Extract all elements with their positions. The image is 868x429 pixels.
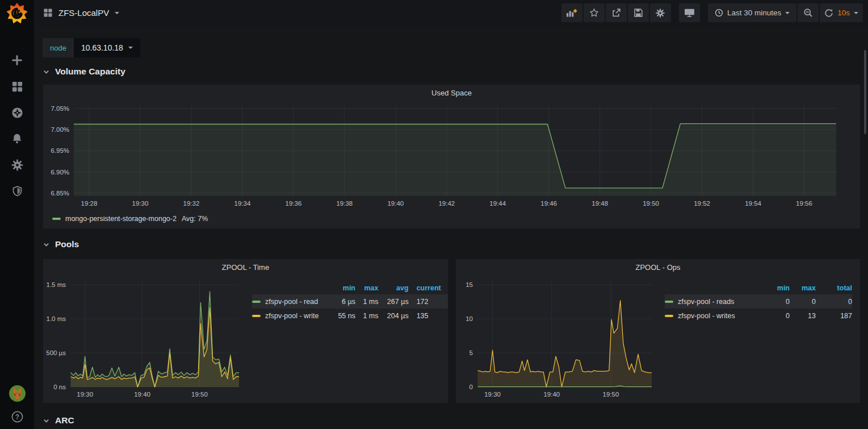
legend-value: 1 ms	[355, 294, 379, 309]
series-label[interactable]: zfspv-pool - reads	[678, 298, 734, 306]
refresh-interval-label: 10s	[837, 9, 850, 17]
panel-zpool-ops: ZPOOL - Ops 05101519:3019:4019:50 min ma…	[455, 259, 861, 403]
legend-col-avg[interactable]: avg	[379, 282, 409, 294]
zpool-time-graph[interactable]: 0 ns500 µs1.0 ms1.5 ms19:3019:4019:50	[43, 275, 245, 402]
save-icon	[634, 8, 643, 18]
alerting-bell-icon[interactable]	[10, 132, 24, 145]
server-admin-shield-icon[interactable]	[10, 184, 24, 198]
section-title: ARC	[55, 415, 74, 426]
user-avatar[interactable]	[9, 385, 26, 402]
zoom-out-icon	[803, 8, 813, 18]
legend-value: 267 µs	[379, 294, 409, 309]
svg-text:7.00%: 7.00%	[51, 126, 69, 133]
legend-value: 0	[758, 309, 790, 323]
svg-text:1.5 ms: 1.5 ms	[46, 281, 66, 288]
legend-row-writes: zfspv-pool - writes 0 13 187	[665, 309, 852, 323]
svg-text:19:52: 19:52	[694, 200, 710, 207]
gear-icon	[655, 8, 665, 18]
legend-row-read: zfspv-pool - read 6 µs 1 ms 267 µs 172	[252, 294, 448, 309]
legend-row-write: zfspv-pool - write 55 ns 1 ms 204 µs 135	[252, 309, 448, 323]
series-marker	[665, 301, 673, 303]
svg-text:19:50: 19:50	[643, 200, 659, 207]
series-marker	[52, 218, 61, 220]
variable-node-select[interactable]: 10.63.10.18	[74, 38, 140, 57]
cycle-view-mode-button[interactable]	[679, 3, 700, 22]
time-range-picker[interactable]: Last 30 minutes	[708, 3, 796, 22]
legend-col-max[interactable]: max	[355, 282, 379, 294]
svg-text:10: 10	[466, 315, 473, 322]
configuration-gear-icon[interactable]	[10, 158, 24, 172]
section-arc[interactable]: ARC	[43, 413, 861, 428]
svg-text:19:38: 19:38	[336, 200, 353, 207]
used-space-graph[interactable]: 6.85%6.90%6.95%7.00%7.05%19:2819:3019:32…	[48, 101, 856, 211]
series-label[interactable]: mongo-persistent-storage-mongo-2	[65, 215, 177, 223]
svg-text:1.0 ms: 1.0 ms	[46, 315, 66, 322]
svg-text:19:54: 19:54	[745, 200, 761, 207]
section-pools[interactable]: Pools	[43, 236, 861, 252]
time-range-label: Last 30 minutes	[727, 9, 781, 17]
share-icon	[611, 8, 621, 18]
section-title: Volume Capacity	[55, 66, 125, 77]
legend-col-current[interactable]: current	[409, 282, 448, 294]
legend-col-total[interactable]: total	[816, 282, 852, 294]
svg-text:19:50: 19:50	[191, 391, 208, 398]
panel-title-zpool-time[interactable]: ZPOOL - Time	[43, 259, 448, 275]
legend-header-row: min max total	[665, 282, 852, 294]
help-icon[interactable]: ?	[10, 410, 24, 423]
dashboards-icon[interactable]	[10, 80, 24, 93]
svg-text:19:36: 19:36	[286, 200, 302, 207]
explore-compass-icon[interactable]	[10, 106, 24, 119]
create-plus-icon[interactable]	[10, 53, 24, 67]
chevron-down-icon	[43, 68, 50, 76]
side-menu: ?	[0, 0, 34, 429]
panel-zpool-time: ZPOOL - Time 0 ns500 µs1.0 ms1.5 ms19:30…	[43, 259, 448, 403]
svg-text:0 ns: 0 ns	[53, 384, 66, 390]
dashboard-content: node 10.63.10.18 Volume Capacity Used Sp…	[34, 26, 868, 429]
legend-col-max[interactable]: max	[790, 282, 816, 294]
legend-value: 1 ms	[355, 309, 379, 323]
legend-value: 55 ns	[330, 309, 355, 323]
grafana-logo-icon[interactable]	[5, 1, 29, 27]
legend-col-min[interactable]: min	[758, 282, 790, 294]
series-label[interactable]: zfspv-pool - writes	[678, 312, 735, 320]
star-dashboard-button[interactable]	[584, 3, 605, 22]
legend-value: 0	[790, 294, 816, 309]
save-dashboard-button[interactable]	[628, 3, 649, 22]
share-dashboard-button[interactable]	[606, 3, 627, 22]
zpool-ops-legend: min max total zfspv-pool - reads 0	[658, 275, 860, 403]
svg-text:19:32: 19:32	[183, 200, 200, 207]
svg-text:19:56: 19:56	[796, 200, 812, 207]
time-range-caret-icon	[785, 12, 790, 14]
series-marker	[252, 315, 261, 317]
tv-monitor-icon	[684, 8, 695, 18]
add-panel-button[interactable]	[561, 3, 582, 22]
panel-title-used-space[interactable]: Used Space	[43, 85, 860, 101]
variable-node-value: 10.63.10.18	[81, 43, 123, 52]
zpool-ops-graph[interactable]: 05101519:3019:4019:50	[460, 275, 658, 402]
series-avg-value: Avg: 7%	[182, 215, 208, 223]
variable-caret-icon	[128, 47, 133, 49]
svg-text:19:42: 19:42	[438, 200, 455, 207]
legend-col-min[interactable]: min	[330, 282, 355, 294]
dashboard-title-button[interactable]: ZFS-LocalPV	[43, 8, 119, 18]
used-space-legend: mongo-persistent-storage-mongo-2 Avg: 7%	[43, 211, 860, 223]
section-volume-capacity[interactable]: Volume Capacity	[43, 64, 861, 80]
svg-text:6.85%: 6.85%	[51, 190, 69, 197]
series-label[interactable]: zfspv-pool - read	[265, 298, 318, 306]
page-scrollbar-thumb[interactable]	[864, 50, 866, 134]
refresh-picker[interactable]: 10s	[820, 3, 863, 22]
svg-text:?: ?	[15, 413, 19, 420]
svg-text:15: 15	[466, 281, 473, 288]
dashboard-grid-icon	[43, 8, 53, 18]
zpool-time-legend: min max avg current zfspv-pool - read	[245, 275, 448, 403]
svg-text:19:46: 19:46	[540, 200, 557, 207]
template-variable-bar: node 10.63.10.18	[43, 38, 861, 57]
svg-text:7.05%: 7.05%	[51, 105, 69, 112]
chevron-down-icon	[43, 241, 50, 248]
series-label[interactable]: zfspv-pool - write	[265, 312, 318, 320]
legend-value: 13	[790, 309, 816, 323]
legend-value: 204 µs	[379, 309, 409, 323]
zoom-out-time-button[interactable]	[798, 3, 819, 22]
dashboard-settings-button[interactable]	[650, 3, 671, 22]
panel-title-zpool-ops[interactable]: ZPOOL - Ops	[456, 259, 860, 275]
